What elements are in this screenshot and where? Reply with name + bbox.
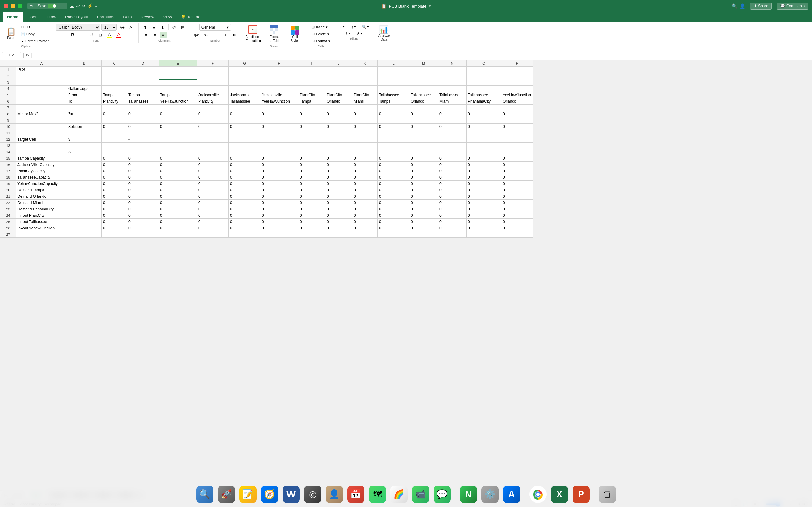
cell-D5[interactable]: Tampa xyxy=(127,92,159,98)
font-size-select[interactable]: 10 11 12 14 xyxy=(101,24,117,31)
row-header-9[interactable]: 9 xyxy=(0,117,16,124)
cell-I11[interactable] xyxy=(299,130,325,136)
cell-C15[interactable]: 0 xyxy=(102,155,127,162)
cell-K11[interactable] xyxy=(352,130,378,136)
cell-P8[interactable]: 0 xyxy=(502,111,533,117)
cell-P15[interactable]: 0 xyxy=(502,155,533,162)
font-color-button[interactable]: A xyxy=(114,32,123,38)
cell-E2[interactable] xyxy=(159,73,197,79)
cell-N4[interactable] xyxy=(438,86,467,92)
cell-D7[interactable] xyxy=(127,105,159,111)
cell-K10[interactable]: 0 xyxy=(352,124,378,130)
cell-C1[interactable] xyxy=(102,66,127,73)
cell-H25[interactable]: 0 xyxy=(260,219,299,225)
col-header-N[interactable]: N xyxy=(438,60,467,66)
cell-J16[interactable]: 0 xyxy=(325,162,352,168)
cell-B16[interactable] xyxy=(67,162,102,168)
cell-L21[interactable]: 0 xyxy=(378,193,409,200)
cell-J18[interactable]: 0 xyxy=(325,174,352,181)
person-icon[interactable]: 👤 xyxy=(740,3,745,9)
cell-E7[interactable] xyxy=(159,105,197,111)
cell-F17[interactable]: 0 xyxy=(197,168,229,174)
cell-E21[interactable]: 0 xyxy=(159,193,197,200)
cell-L27[interactable] xyxy=(378,231,409,238)
cell-O14[interactable] xyxy=(467,149,502,155)
cell-D24[interactable]: 0 xyxy=(127,212,159,219)
cell-M6[interactable]: Orlando xyxy=(409,98,438,105)
cell-D1[interactable] xyxy=(127,66,159,73)
cell-O2[interactable] xyxy=(467,73,502,79)
cell-O5[interactable]: Tallahassee xyxy=(467,92,502,98)
cell-C9[interactable] xyxy=(102,117,127,124)
cell-L14[interactable] xyxy=(378,149,409,155)
row-header-11[interactable]: 11 xyxy=(0,130,16,136)
cell-E23[interactable]: 0 xyxy=(159,206,197,212)
clear-button[interactable]: ✗▾ xyxy=(355,31,365,37)
cell-C12[interactable] xyxy=(102,136,127,143)
row-header-20[interactable]: 20 xyxy=(0,187,16,193)
cell-G17[interactable]: 0 xyxy=(229,168,260,174)
cell-K23[interactable]: 0 xyxy=(352,206,378,212)
cell-G4[interactable] xyxy=(229,86,260,92)
cell-H17[interactable]: 0 xyxy=(260,168,299,174)
cell-L23[interactable]: 0 xyxy=(378,206,409,212)
cell-P9[interactable] xyxy=(502,117,533,124)
cell-K25[interactable]: 0 xyxy=(352,219,378,225)
align-left-button[interactable]: ≡ xyxy=(142,32,150,38)
cell-D13[interactable] xyxy=(127,143,159,149)
row-header-8[interactable]: 8 xyxy=(0,111,16,117)
cell-F6[interactable]: PlantCity xyxy=(197,98,229,105)
cell-N5[interactable]: Tallahassee xyxy=(438,92,467,98)
cell-N15[interactable]: 0 xyxy=(438,155,467,162)
cell-J23[interactable]: 0 xyxy=(325,206,352,212)
cell-A19[interactable]: YehawJunctionCapacity xyxy=(16,181,67,187)
cell-A26[interactable]: In=out YehawJunction xyxy=(16,225,67,231)
dock-item-safari[interactable]: 🧭 xyxy=(260,485,280,504)
cell-N3[interactable] xyxy=(438,79,467,86)
cell-B9[interactable] xyxy=(67,117,102,124)
cell-H22[interactable]: 0 xyxy=(260,200,299,206)
cell-L19[interactable]: 0 xyxy=(378,181,409,187)
cell-M15[interactable]: 0 xyxy=(409,155,438,162)
cell-N9[interactable] xyxy=(438,117,467,124)
cell-H14[interactable] xyxy=(260,149,299,155)
cell-E12[interactable] xyxy=(159,136,197,143)
cell-K13[interactable] xyxy=(352,143,378,149)
tab-insert[interactable]: Insert xyxy=(23,12,42,22)
cell-B27[interactable] xyxy=(67,231,102,238)
cell-L13[interactable] xyxy=(378,143,409,149)
cell-F10[interactable]: 0 xyxy=(197,124,229,130)
cell-E11[interactable] xyxy=(159,130,197,136)
cell-O15[interactable]: 0 xyxy=(467,155,502,162)
cell-I18[interactable]: 0 xyxy=(299,174,325,181)
cell-D12[interactable]: - xyxy=(127,136,159,143)
cell-D21[interactable]: 0 xyxy=(127,193,159,200)
cell-P5[interactable]: YeeHawJunction xyxy=(502,92,533,98)
cell-P18[interactable]: 0 xyxy=(502,174,533,181)
cell-N14[interactable] xyxy=(438,149,467,155)
cell-G9[interactable] xyxy=(229,117,260,124)
cell-B11[interactable] xyxy=(67,130,102,136)
cell-M14[interactable] xyxy=(409,149,438,155)
cell-B19[interactable] xyxy=(67,181,102,187)
cell-H4[interactable] xyxy=(260,86,299,92)
paste-button[interactable]: 📋 Paste xyxy=(4,24,18,44)
cell-N22[interactable]: 0 xyxy=(438,200,467,206)
cell-O20[interactable]: 0 xyxy=(467,187,502,193)
cell-J27[interactable] xyxy=(325,231,352,238)
cell-L20[interactable]: 0 xyxy=(378,187,409,193)
cell-G6[interactable]: Tallahassee xyxy=(229,98,260,105)
cell-O12[interactable] xyxy=(467,136,502,143)
cell-L5[interactable]: Tallahassee xyxy=(378,92,409,98)
cell-K1[interactable] xyxy=(352,66,378,73)
cell-D15[interactable]: 0 xyxy=(127,155,159,162)
cell-C13[interactable] xyxy=(102,143,127,149)
align-middle-button[interactable]: ≡ xyxy=(150,24,158,31)
cell-O21[interactable]: 0 xyxy=(467,193,502,200)
cell-M23[interactable]: 0 xyxy=(409,206,438,212)
cell-reference-box[interactable] xyxy=(2,52,21,58)
tab-view[interactable]: View xyxy=(159,12,176,22)
cell-J6[interactable]: Orlando xyxy=(325,98,352,105)
cell-J22[interactable]: 0 xyxy=(325,200,352,206)
cell-C5[interactable]: Tampa xyxy=(102,92,127,98)
